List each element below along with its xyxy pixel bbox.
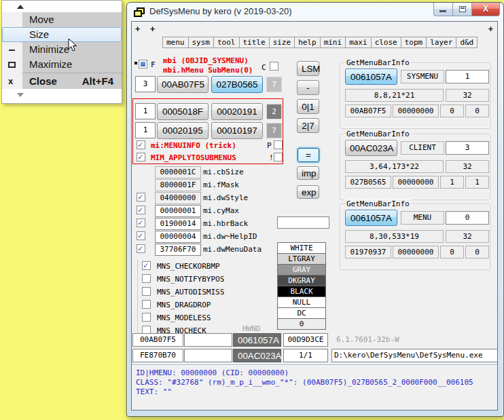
color-item-black[interactable]: BLACK: [277, 286, 326, 297]
gmbi1-handle-button[interactable]: 0061057A: [345, 69, 397, 85]
mi-hbrback-checkbox[interactable]: [137, 218, 145, 227]
menu-item-close[interactable]: x Close Alt+F4: [2, 74, 122, 89]
status-text: TEXT: "": [136, 387, 172, 396]
mi-dwstyle-checkbox[interactable]: [137, 193, 145, 202]
scroll-up-icon: [17, 5, 24, 9]
mi-fmask-field[interactable]: 8000001F: [155, 179, 201, 191]
group-title: GetMenuBarInfo: [345, 58, 411, 67]
handle2-field[interactable]: FE870B70: [132, 349, 183, 362]
menu-item-maximize[interactable]: Maximize: [2, 57, 122, 72]
lsm-button[interactable]: LSM: [297, 61, 319, 76]
mns-notifybypos-checkbox[interactable]: [142, 274, 151, 283]
mns-modeless-label: MNS_MODELESS: [157, 313, 211, 322]
hwnd2-button[interactable]: 00AC023A: [233, 349, 281, 362]
p-label: P: [267, 141, 272, 150]
row2-count-field[interactable]: 1: [135, 122, 156, 138]
mi-dwmenudata-checkbox[interactable]: [137, 244, 145, 253]
gmbi1-f1-field: 0: [440, 104, 464, 117]
mi-helpid-checkbox[interactable]: [137, 231, 145, 240]
menu-item-size[interactable]: Size: [2, 27, 122, 42]
c-checkbox[interactable]: [270, 62, 278, 71]
gmbi3-size-field: 32: [446, 230, 489, 243]
plus-marker-2: +: [150, 24, 155, 34]
color-item-zero[interactable]: 0: [277, 318, 326, 330]
tab-mini[interactable]: mini: [320, 37, 346, 48]
gmbi2-handle-button[interactable]: 00AC023A: [345, 140, 397, 156]
p-checkbox[interactable]: [274, 140, 283, 149]
hwnd1-value-field[interactable]: 00D9D3CE: [283, 333, 328, 347]
menu-scroll-up[interactable]: [2, 1, 122, 12]
export-button[interactable]: exp: [297, 185, 319, 199]
mi-helpid-field[interactable]: 00000004: [155, 231, 201, 243]
gmbi-group-sysmenu: GetMenuBarInfo 0061057A SYSMENU 1 8,8,21…: [340, 62, 490, 129]
tab-tool[interactable]: tool: [213, 37, 240, 48]
mns-autodismiss-checkbox[interactable]: [142, 287, 151, 296]
menu-item-move[interactable]: Move: [2, 12, 122, 27]
row2-handle-button-2[interactable]: 00010197: [211, 122, 263, 139]
mi-cbsize-field[interactable]: 0000001C: [155, 166, 201, 178]
mi-hbrback-label: mi.hbrBack: [203, 219, 248, 228]
tab-sysm[interactable]: sysm: [188, 37, 215, 48]
tab-maxi[interactable]: maxi: [345, 37, 372, 48]
restore-button[interactable]: [452, 3, 472, 16]
handle1-field[interactable]: 00AB07F5: [132, 333, 183, 347]
minus-button[interactable]: -: [297, 80, 319, 95]
row2-flag-box: 7: [266, 123, 282, 138]
close-button[interactable]: X: [471, 3, 500, 16]
row1-handle-button-1[interactable]: 0005018F: [157, 103, 209, 120]
tab-help[interactable]: help: [294, 37, 321, 48]
tab-dnd[interactable]: d&d: [456, 37, 478, 48]
color-item-null[interactable]: NULL: [277, 297, 326, 308]
mi-cymax-field[interactable]: 00000001: [155, 205, 201, 217]
mi-cymax-checkbox[interactable]: [137, 206, 145, 214]
gmbi3-handle-button[interactable]: 0061057A: [345, 210, 397, 226]
menu-gutter: [2, 42, 22, 57]
menuinfo-trick-checkbox[interactable]: [137, 140, 145, 149]
tab-title[interactable]: title: [239, 37, 270, 48]
row1-count-field[interactable]: 1: [135, 103, 156, 119]
color-item-ltgray[interactable]: LTGRAY: [277, 253, 326, 265]
minimize-button[interactable]: [433, 3, 453, 16]
two-seven-button[interactable]: 2|7: [297, 118, 319, 133]
row2-handle-button-1[interactable]: 00020195: [157, 122, 209, 139]
import-button[interactable]: imp: [297, 166, 319, 180]
tab-topm[interactable]: topm: [401, 37, 427, 48]
tab-layer[interactable]: layer: [426, 37, 456, 48]
count-field[interactable]: 3: [135, 76, 156, 92]
f-checkbox[interactable]: [139, 60, 147, 69]
color-item-gray[interactable]: GRAY: [277, 264, 326, 275]
gmbi2-count-field[interactable]: 3: [446, 141, 489, 155]
mi-dwstyle-field[interactable]: 04000000: [155, 192, 201, 204]
gmbi1-count-field[interactable]: 1: [446, 70, 489, 83]
handle2-extra-field[interactable]: [184, 349, 232, 362]
mi-dwmenudata-field[interactable]: 37706F70: [155, 244, 201, 256]
equals-button[interactable]: =: [298, 148, 319, 162]
zero-one-button[interactable]: 0|1: [297, 99, 319, 114]
tab-close[interactable]: close: [371, 37, 401, 48]
hwnd1-button[interactable]: 0061057A: [233, 333, 281, 347]
color-item-white[interactable]: WHITE: [277, 242, 326, 254]
mi-hbrback-field[interactable]: 01900014: [155, 218, 201, 230]
color-item-dc[interactable]: DC: [277, 307, 326, 319]
handle1-extra-field[interactable]: [184, 333, 232, 347]
exe-path-field[interactable]: D:\kero\DefSysMenu\DefSysMenu.exe: [331, 349, 498, 362]
brush-value-field[interactable]: [277, 216, 329, 229]
submenu-handle-button[interactable]: 027B0565: [211, 76, 263, 93]
client-area: + + + menu sysm tool title size help min…: [131, 21, 498, 411]
mns-dragdrop-checkbox[interactable]: [142, 300, 151, 309]
menu-item-minimize[interactable]: Minimize: [2, 42, 122, 57]
hmenu-handle-button[interactable]: 00AB07F5: [157, 76, 209, 93]
mns-checkorbmp-checkbox[interactable]: [142, 261, 151, 270]
applytosubmenus-checkbox[interactable]: [137, 153, 145, 161]
mns-modeless-checkbox[interactable]: [142, 313, 151, 322]
tab-menu[interactable]: menu: [162, 37, 189, 48]
mi-cbsize-label: mi.cbSize: [203, 168, 244, 176]
color-item-dkgray[interactable]: DKGRAY: [277, 275, 326, 286]
menu-scroll-down[interactable]: [2, 89, 122, 100]
bang-checkbox[interactable]: [274, 153, 283, 161]
title-bar[interactable]: DefSysMenu by kero (v 2019-03-20) X: [127, 3, 503, 21]
gmbi3-count-field[interactable]: 0: [446, 211, 489, 225]
page-count-field[interactable]: 1/1: [283, 349, 328, 362]
row1-handle-button-2[interactable]: 00020191: [211, 103, 263, 120]
tab-size[interactable]: size: [269, 37, 295, 48]
